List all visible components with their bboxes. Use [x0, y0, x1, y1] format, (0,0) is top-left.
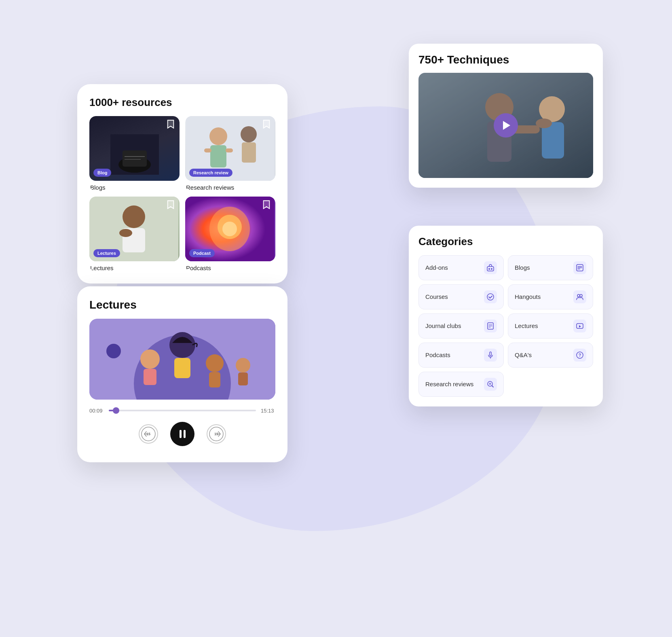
resource-item-blogs[interactable]: Blog Blogs [89, 116, 180, 191]
category-blogs-label: Blogs [515, 264, 530, 271]
svg-rect-12 [242, 142, 256, 163]
resource-thumb-podcast: Podcast [185, 197, 275, 261]
svg-rect-44 [487, 267, 494, 271]
skip-forward-icon: 15 [209, 427, 224, 441]
research-bookmark[interactable] [262, 119, 271, 129]
blog-image-svg [110, 134, 159, 175]
progress-thumb[interactable] [113, 407, 119, 414]
svg-rect-29 [209, 372, 220, 387]
resource-thumb-research: Research review [185, 116, 275, 181]
svg-point-51 [487, 294, 494, 300]
svg-point-52 [577, 294, 580, 297]
svg-rect-31 [238, 372, 248, 385]
categories-title: Categories [418, 235, 593, 248]
svg-point-53 [580, 294, 582, 297]
svg-point-7 [209, 127, 227, 145]
techniques-title: 750+ Techniques [418, 53, 593, 66]
category-research-reviews-label: Research reviews [425, 381, 473, 387]
resource-thumb-blog: Blog [89, 116, 180, 181]
svg-point-26 [140, 349, 160, 369]
category-blogs[interactable]: Blogs [508, 255, 593, 280]
svg-rect-25 [174, 358, 190, 378]
svg-point-41 [539, 96, 565, 122]
technique-video[interactable] [418, 73, 593, 178]
svg-point-14 [123, 205, 145, 228]
svg-rect-8 [210, 145, 226, 167]
podcast-label: Podcasts [185, 265, 275, 271]
pause-icon [180, 430, 186, 438]
category-courses-label: Courses [425, 293, 448, 300]
svg-point-24 [169, 332, 195, 358]
qas-icon: ? [573, 349, 586, 362]
resources-card: 1000+ resources Blog [77, 84, 287, 284]
progress-track[interactable] [109, 410, 256, 411]
categories-card: Categories Add-ons Blogs Courses [409, 226, 603, 406]
podcast-badge: Podcast [189, 249, 215, 257]
svg-rect-2 [123, 150, 147, 167]
svg-line-64 [492, 385, 494, 387]
category-hangouts-label: Hangouts [515, 293, 541, 300]
category-journal-clubs-label: Journal clubs [425, 322, 461, 329]
blogs-icon [573, 261, 586, 274]
svg-rect-27 [144, 369, 156, 385]
category-qas[interactable]: Q&A's ? [508, 343, 593, 368]
svg-point-30 [236, 358, 250, 372]
categories-grid: Add-ons Blogs Courses Hangouts [418, 255, 593, 397]
category-journal-clubs[interactable]: Journal clubs [418, 313, 504, 339]
courses-icon [484, 290, 497, 303]
blog-bookmark[interactable] [166, 119, 175, 129]
research-label: Research reviews [185, 184, 275, 191]
techniques-card: 750+ Techniques [409, 44, 603, 188]
category-addons[interactable]: Add-ons [418, 255, 504, 280]
resource-item-lectures[interactable]: Lectures Lectures [89, 197, 180, 271]
category-courses[interactable]: Courses [418, 284, 504, 309]
svg-point-23 [106, 344, 121, 358]
resources-title: 1000+ resources [89, 96, 275, 109]
blog-label: Blogs [89, 184, 180, 191]
svg-point-16 [119, 229, 132, 237]
scene: 1000+ resources Blog [53, 36, 619, 602]
lectures-player-card: Lectures [77, 286, 287, 462]
skip-back-icon: 15 [141, 427, 156, 441]
resource-item-podcasts[interactable]: Podcast Podcasts [185, 197, 275, 271]
time-current: 00:09 [89, 408, 104, 414]
pause-button[interactable] [170, 422, 194, 446]
pause-bar-left [180, 430, 182, 438]
addons-icon [484, 261, 497, 274]
svg-point-45 [488, 268, 490, 270]
lectures-bookmark[interactable] [166, 200, 175, 210]
category-research-reviews[interactable]: Research reviews [418, 372, 504, 397]
blog-badge: Blog [93, 169, 111, 177]
category-lectures[interactable]: Lectures [508, 313, 593, 339]
lectures-player-title: Lectures [89, 298, 275, 311]
lectures-label: Lectures [89, 265, 180, 271]
time-total: 15:13 [261, 408, 275, 414]
player-controls: 15 15 [89, 422, 275, 446]
svg-rect-9 [204, 148, 211, 152]
category-qas-label: Q&A's [515, 351, 532, 358]
category-lectures-label: Lectures [515, 322, 538, 329]
podcast-bookmark[interactable] [262, 200, 271, 210]
resource-grid: Blog Blogs [89, 116, 275, 271]
resource-item-research[interactable]: Research review Research reviews [185, 116, 275, 191]
svg-point-11 [241, 126, 257, 142]
category-podcasts[interactable]: Podcasts [418, 343, 504, 368]
svg-point-43 [536, 119, 552, 128]
category-hangouts[interactable]: Hangouts [508, 284, 593, 309]
svg-rect-10 [226, 148, 233, 152]
lecture-illustration [89, 319, 275, 400]
category-podcasts-label: Podcasts [425, 351, 450, 358]
svg-text:?: ? [579, 353, 581, 358]
svg-rect-59 [490, 352, 491, 356]
journal-clubs-icon [484, 320, 497, 332]
skip-back-button[interactable]: 15 [139, 424, 158, 444]
lectures-badge: Lectures [93, 249, 120, 257]
skip-forward-button[interactable]: 15 [207, 424, 226, 444]
play-button[interactable] [494, 113, 518, 138]
lectures-icon [573, 320, 586, 332]
lecture-illustration-svg [89, 319, 275, 400]
category-addons-label: Add-ons [425, 264, 448, 271]
progress-container: 00:09 15:13 [89, 408, 275, 414]
play-icon [503, 121, 510, 130]
resource-thumb-lectures: Lectures [89, 197, 180, 261]
